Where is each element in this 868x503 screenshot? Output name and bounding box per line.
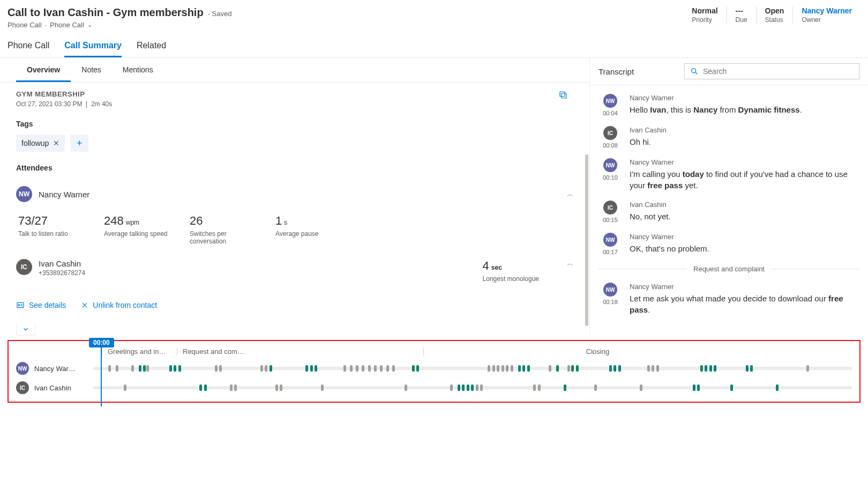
avatar: IC	[16, 381, 29, 394]
timeline-tick	[476, 384, 478, 391]
subtab-notes[interactable]: Notes	[71, 58, 112, 82]
speaker-name: Nancy Warner	[630, 158, 859, 166]
timeline-tick	[567, 365, 570, 372]
timeline-tick	[709, 365, 712, 372]
timeline-tick	[527, 365, 530, 372]
timeline-tick	[310, 365, 313, 372]
timeline-row: NWNancy War…	[16, 362, 852, 375]
timeline-track[interactable]	[93, 386, 852, 389]
playhead-time: 00:00	[89, 338, 114, 347]
timeline-tick	[497, 365, 499, 372]
transcript-turn[interactable]: NW00:18Nancy WarnerLet me ask you what m…	[598, 283, 859, 315]
chevron-up-icon[interactable]: ︿	[567, 259, 573, 268]
stat-label: Average talking speed	[104, 230, 168, 238]
timestamp: 00:17	[603, 249, 618, 255]
timeline-tick	[199, 384, 202, 391]
search-icon	[690, 67, 699, 76]
add-tag-button[interactable]: +	[70, 135, 88, 152]
timeline-tick	[146, 365, 149, 372]
timeline-tick	[280, 384, 282, 391]
timeline-tick	[511, 365, 513, 372]
timeline-tick	[362, 365, 364, 372]
copy-icon[interactable]	[558, 90, 568, 100]
tab-call-summary[interactable]: Call Summary	[64, 41, 122, 57]
timeline-segment: Request and com…	[177, 347, 423, 356]
avatar: IC	[603, 126, 617, 140]
timeline-tick	[143, 365, 146, 372]
timeline-tick	[204, 384, 207, 391]
timeline-tick	[564, 384, 566, 391]
timeline-tick	[746, 365, 749, 372]
search-field[interactable]	[703, 67, 854, 76]
close-icon[interactable]: ✕	[53, 139, 59, 147]
main-tabs: Phone CallCall SummaryRelated	[0, 31, 868, 58]
speaker-name: Nancy Warner	[630, 94, 859, 102]
speaker-name: Nancy Warner	[630, 283, 859, 291]
timeline-tick	[518, 365, 521, 372]
meta-label: Priority	[692, 16, 717, 24]
meta-value[interactable]: Nancy Warner	[802, 6, 852, 15]
timeline-row: ICIvan Cashin	[16, 381, 852, 394]
timeline-tick	[613, 365, 616, 372]
svg-point-8	[692, 69, 696, 73]
timeline-tick	[730, 384, 733, 391]
avatar: NW	[603, 94, 617, 108]
timeline-tick	[412, 365, 415, 372]
timeline-speaker: Nancy War…	[34, 365, 88, 373]
transcript-turn[interactable]: NW00:17Nancy WarnerOK, that's no problem…	[598, 233, 859, 255]
timeline-tick	[538, 384, 541, 391]
svg-rect-0	[562, 93, 566, 98]
avatar: NW	[603, 158, 617, 172]
timeline-tick	[356, 365, 358, 372]
subtitle-entity: Phone Call	[8, 21, 42, 29]
timeline-tick	[705, 365, 707, 372]
timeline-tick	[693, 384, 695, 391]
timeline-tick	[467, 384, 469, 391]
timeline-tick	[174, 365, 176, 372]
timeline-tick	[506, 365, 508, 372]
avatar: IC	[603, 201, 617, 214]
unlink-contact-link[interactable]: Unlink from contact	[81, 301, 157, 309]
chevron-down-icon[interactable]: ⌄	[87, 21, 92, 28]
search-input[interactable]	[684, 63, 859, 79]
transcript-turn[interactable]: IC00:15Ivan CashinNo, not yet.	[598, 201, 859, 223]
subtab-overview[interactable]: Overview	[16, 58, 71, 82]
avatar: NW	[16, 362, 29, 375]
turn-text: Oh hi.	[630, 136, 859, 147]
page-title: Call to Ivan Cashin - Gym membership	[8, 6, 204, 19]
chevron-up-icon[interactable]: ︿	[567, 190, 573, 199]
collapse-toggle[interactable]	[16, 323, 35, 336]
tab-phone-call[interactable]: Phone Call	[8, 41, 49, 57]
transcript-turn[interactable]: NW00:10Nancy WarnerI'm calling you today…	[598, 158, 859, 191]
timeline-tick	[618, 365, 621, 372]
svg-rect-1	[560, 92, 565, 97]
stat-value: 26	[190, 214, 254, 228]
stat-label: Average pause	[275, 230, 340, 238]
timeline-tick	[700, 365, 703, 372]
timeline-tick	[374, 365, 377, 372]
subtitle-type[interactable]: Phone Call	[50, 21, 84, 29]
timestamp: 00:15	[603, 217, 618, 223]
transcript-turn[interactable]: IC00:08Ivan CashinOh hi.	[598, 126, 859, 149]
tags-heading: Tags	[16, 120, 573, 128]
timeline-tick	[549, 365, 551, 372]
timeline-tick	[640, 384, 642, 391]
timeline-tick	[230, 384, 233, 391]
transcript-turn[interactable]: NW00:04Nancy WarnerHello Ivan, this is N…	[598, 94, 859, 116]
section-divider: Request and complaint	[598, 265, 859, 273]
tab-related[interactable]: Related	[137, 41, 166, 57]
playhead-marker[interactable]: 00:00	[89, 338, 114, 406]
timeline-tick	[522, 365, 525, 372]
timeline-speaker: Ivan Cashin	[34, 384, 88, 392]
subtab-mentions[interactable]: Mentions	[112, 58, 164, 82]
overview-title: GYM MEMBERSHIP	[16, 90, 573, 98]
timeline-tick	[368, 365, 371, 372]
stat-value: 73/27	[18, 214, 83, 228]
timeline-tick	[556, 365, 559, 372]
timeline-tick	[450, 384, 453, 391]
timeline-track[interactable]	[93, 367, 852, 370]
timestamp: 00:08	[603, 142, 618, 149]
timeline-tick	[462, 384, 465, 391]
timeline-tick	[178, 365, 181, 372]
see-details-link[interactable]: See details	[16, 301, 66, 309]
